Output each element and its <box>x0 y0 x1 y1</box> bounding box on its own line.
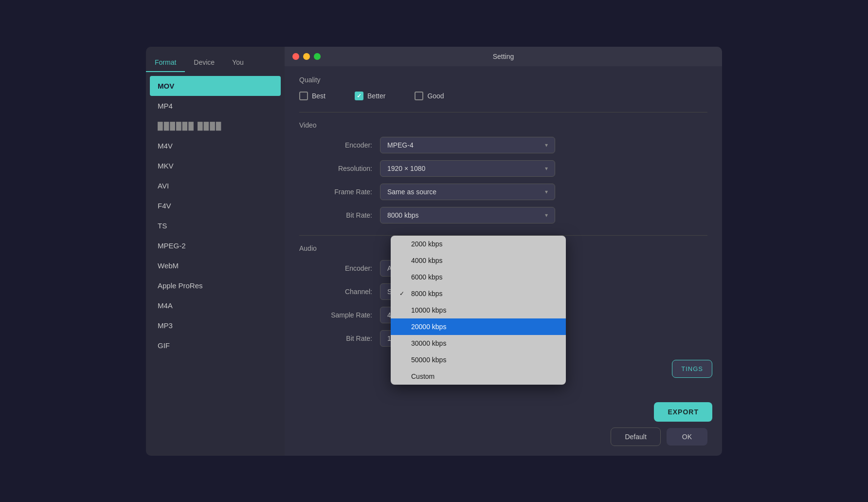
resolution-row: Resolution: 1920 × 1080 ▾ <box>319 160 707 177</box>
default-button[interactable]: Default <box>611 428 660 446</box>
dropdown-item-30000[interactable]: 30000 kbps <box>391 335 566 352</box>
frame-rate-chevron-icon: ▾ <box>545 188 548 195</box>
video-bit-rate-label: Bit Rate: <box>319 211 372 219</box>
video-bit-rate-select[interactable]: 8000 kbps ▾ <box>380 207 555 223</box>
resolution-chevron-icon: ▾ <box>545 165 548 172</box>
format-item-ts[interactable]: TS <box>146 216 285 236</box>
resolution-select[interactable]: 1920 × 1080 ▾ <box>380 160 555 177</box>
minimize-button[interactable] <box>303 53 310 60</box>
format-item-mp3[interactable]: MP3 <box>146 316 285 335</box>
checkbox-better[interactable] <box>355 92 363 100</box>
resolution-value: 1920 × 1080 <box>387 165 425 172</box>
video-bit-rate-value: 8000 kbps <box>387 211 419 219</box>
sidebar: Format Device You MOV MP4 ██████ ████ M4… <box>146 47 285 456</box>
tab-format[interactable]: Format <box>146 54 185 72</box>
format-item-m4v[interactable]: M4V <box>146 136 285 156</box>
divider-quality-video <box>299 112 707 112</box>
quality-good-label: Good <box>427 92 444 100</box>
encoder-label: Encoder: <box>319 141 372 149</box>
format-item-blurred: ██████ ████ <box>146 116 285 136</box>
format-item-apple-prores[interactable]: Apple ProRes <box>146 276 285 296</box>
quality-label: Quality <box>299 76 707 84</box>
frame-rate-label: Frame Rate: <box>319 188 372 196</box>
app-container: Format Device You MOV MP4 ██████ ████ M4… <box>146 47 722 456</box>
dropdown-item-10000[interactable]: 10000 kbps <box>391 302 566 318</box>
frame-rate-row: Frame Rate: Same as source ▾ <box>319 184 707 200</box>
encoder-chevron-icon: ▾ <box>545 142 548 149</box>
quality-option-better[interactable]: Better <box>355 92 385 100</box>
format-item-m4a[interactable]: M4A <box>146 296 285 316</box>
format-item-f4v[interactable]: F4V <box>146 196 285 216</box>
quality-better-label: Better <box>367 92 385 100</box>
format-item-mkv[interactable]: MKV <box>146 156 285 176</box>
setting-dialog: Setting Quality Best Better <box>285 47 722 456</box>
dropdown-item-20000[interactable]: 20000 kbps <box>391 318 566 335</box>
video-bit-rate-row: Bit Rate: 8000 kbps ▾ <box>319 207 707 223</box>
maximize-button[interactable] <box>314 53 321 60</box>
export-button[interactable]: EXPORT <box>654 402 712 422</box>
quality-option-best[interactable]: Best <box>299 92 326 100</box>
dropdown-item-4000[interactable]: 4000 kbps <box>391 252 566 269</box>
encoder-value: MPEG-4 <box>387 141 414 149</box>
ok-button[interactable]: OK <box>667 428 707 446</box>
frame-rate-value: Same as source <box>387 188 436 196</box>
dialog-footer: Default OK <box>285 418 722 456</box>
video-bit-rate-chevron-icon: ▾ <box>545 212 548 219</box>
audio-encoder-label: Encoder: <box>319 264 372 272</box>
video-section: Video Encoder: MPEG-4 ▾ Resolution: 1920… <box>299 121 707 223</box>
quality-best-label: Best <box>312 92 326 100</box>
quality-option-good[interactable]: Good <box>415 92 444 100</box>
format-item-mp4[interactable]: MP4 <box>146 96 285 116</box>
format-item-webm[interactable]: WebM <box>146 256 285 276</box>
dropdown-item-50000[interactable]: 50000 kbps <box>391 352 566 368</box>
dropdown-item-2000[interactable]: 2000 kbps <box>391 236 566 252</box>
frame-rate-select[interactable]: Same as source ▾ <box>380 184 555 200</box>
format-item-mov[interactable]: MOV <box>150 76 281 96</box>
dialog-title: Setting <box>493 53 514 60</box>
tab-device[interactable]: Device <box>185 54 223 72</box>
video-label: Video <box>299 121 707 129</box>
dropdown-item-8000[interactable]: 8000 kbps <box>391 285 566 302</box>
encoder-row: Encoder: MPEG-4 ▾ <box>319 137 707 153</box>
tab-you[interactable]: You <box>223 54 253 72</box>
close-button[interactable] <box>292 53 299 60</box>
encoder-select[interactable]: MPEG-4 ▾ <box>380 137 555 153</box>
format-item-mpeg2[interactable]: MPEG-2 <box>146 236 285 256</box>
bit-rate-dropdown: 2000 kbps4000 kbps6000 kbps8000 kbps1000… <box>391 236 566 385</box>
traffic-lights <box>292 53 321 60</box>
dropdown-item-6000[interactable]: 6000 kbps <box>391 269 566 285</box>
dialog-titlebar: Setting <box>285 47 722 66</box>
quality-section: Quality Best Better Good <box>299 76 707 100</box>
sidebar-tabs: Format Device You <box>146 47 285 72</box>
format-item-avi[interactable]: AVI <box>146 176 285 196</box>
format-list: MOV MP4 ██████ ████ M4V MKV AVI F4V TS M… <box>146 72 285 456</box>
checkbox-best[interactable] <box>299 92 308 100</box>
dropdown-item-custom[interactable]: Custom <box>391 368 566 385</box>
resolution-label: Resolution: <box>319 165 372 172</box>
quality-options: Best Better Good <box>299 92 707 100</box>
format-item-gif[interactable]: GIF <box>146 335 285 355</box>
channel-label: Channel: <box>319 288 372 296</box>
checkbox-good[interactable] <box>415 92 423 100</box>
settings-button[interactable]: TINGS <box>672 360 712 378</box>
audio-bit-rate-label: Bit Rate: <box>319 335 372 342</box>
sample-rate-label: Sample Rate: <box>319 311 372 319</box>
